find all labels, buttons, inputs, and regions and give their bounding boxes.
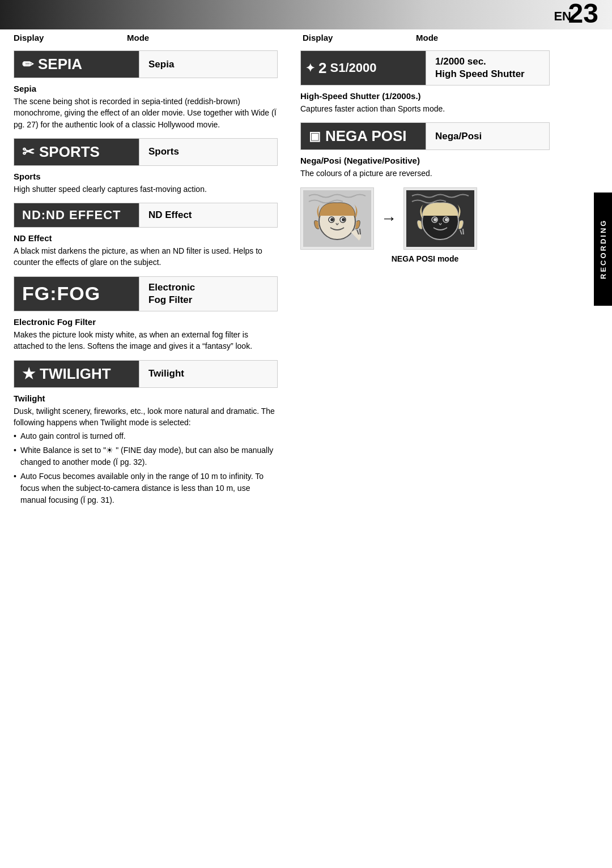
fog-mode-label: Electronic Fog Filter <box>139 277 277 311</box>
svg-point-13 <box>445 218 448 221</box>
right-display-header: Display <box>303 33 416 42</box>
sports-body: High shutter speed clearly captures fast… <box>14 183 278 195</box>
fog-label-line1: Electronic <box>148 281 195 294</box>
fog-display-text: FG:FOG <box>22 283 100 305</box>
negaposi-display-text: NEGA POSI <box>325 127 407 145</box>
page-number: 23 <box>568 0 598 27</box>
highspeed-display: ✦ 2 S1/2000 <box>301 51 426 85</box>
right-mode-header: Mode <box>416 33 438 42</box>
sports-mode-label: Sports <box>139 139 277 165</box>
highspeed-title: High-Speed Shutter (1/2000s.) <box>300 91 550 101</box>
nd-title: ND Effect <box>14 233 278 243</box>
right-column: ✦ 2 S1/2000 1/2000 sec. High Speed Shutt… <box>289 46 578 525</box>
sepia-mode-box: ✏ SEPIA Sepia <box>14 50 278 78</box>
negaposi-arrow: → <box>381 209 397 228</box>
fog-mode-box: FG:FOG Electronic Fog Filter <box>14 276 278 311</box>
sepia-icon: ✏ <box>22 57 33 72</box>
face-normal-svg <box>303 190 371 247</box>
svg-point-3 <box>330 218 334 221</box>
negaposi-images: → <box>300 187 550 250</box>
svg-line-15 <box>463 229 464 234</box>
left-column: ✏ SEPIA Sepia Sepia The scene being shot… <box>0 46 289 525</box>
negaposi-title: Nega/Posi (Negative/Positive) <box>300 156 550 165</box>
negaposi-display: ▣ NEGA POSI <box>301 123 426 149</box>
twilight-mode-box: ★ TWILIGHT Twilight <box>14 360 278 388</box>
svg-point-5 <box>342 218 345 221</box>
nd-body: A black mist darkens the picture, as whe… <box>14 245 278 268</box>
face-inverted-svg <box>406 190 474 247</box>
highspeed-mode-label: 1/2000 sec. High Speed Shutter <box>426 51 549 85</box>
nd-mode-label: ND Effect <box>139 203 277 227</box>
recording-tab: RECORDING <box>594 193 612 306</box>
sepia-body: The scene being shot is recorded in sepi… <box>14 96 278 130</box>
twilight-mode-label: Twilight <box>139 361 277 387</box>
twilight-title: Twilight <box>14 394 278 403</box>
hs-label-line1: 1/2000 sec. <box>435 55 486 68</box>
svg-point-11 <box>434 218 437 221</box>
left-display-header: Display <box>14 33 127 42</box>
sepia-title: Sepia <box>14 84 278 93</box>
nd-display: ND:ND EFFECT <box>14 203 139 227</box>
negaposi-mode-label: Nega/Posi <box>426 123 549 149</box>
sports-display: ✂ SPORTS <box>14 139 139 165</box>
hs-num: 2 <box>318 59 326 77</box>
sports-mode-box: ✂ SPORTS Sports <box>14 138 278 166</box>
highspeed-body: Captures faster action than Sports mode. <box>300 103 550 114</box>
negaposi-body: The colours of a picture are reversed. <box>300 168 550 179</box>
left-mode-header: Mode <box>127 33 149 42</box>
twilight-bullet-2: White Balance is set to "☀ " (FINE day m… <box>14 444 278 468</box>
twilight-display: ★ TWILIGHT <box>14 361 139 387</box>
sepia-mode-label: Sepia <box>139 51 277 78</box>
negaposi-mode-box: ▣ NEGA POSI Nega/Posi <box>300 122 550 150</box>
sports-display-text: SPORTS <box>39 143 100 161</box>
hs-label-line2: High Speed Shutter <box>435 68 525 80</box>
column-headers: Display Mode Display Mode <box>0 29 612 46</box>
sports-icon: ✂ <box>22 143 35 161</box>
negaposi-inverted-image <box>403 187 477 250</box>
twilight-bullets: Auto gain control is turned off. White B… <box>14 430 278 506</box>
twilight-body: Dusk, twilight scenery, fireworks, etc.,… <box>14 405 278 507</box>
svg-line-7 <box>360 229 360 234</box>
hs-icon: ✦ <box>305 61 315 75</box>
twilight-bullet-3: Auto Focus becomes available only in the… <box>14 471 278 506</box>
fog-title: Electronic Fog Filter <box>14 317 278 327</box>
sepia-display: ✏ SEPIA <box>14 51 139 78</box>
twilight-display-text: TWILIGHT <box>40 365 111 383</box>
main-content: ✏ SEPIA Sepia Sepia The scene being shot… <box>0 46 612 537</box>
nd-mode-box: ND:ND EFFECT ND Effect <box>14 203 278 228</box>
fog-label-line2: Fog Filter <box>148 294 192 306</box>
negaposi-normal-image <box>300 187 374 250</box>
sepia-display-text: SEPIA <box>38 55 82 73</box>
nd-display-text: ND:ND EFFECT <box>22 208 121 223</box>
sports-title: Sports <box>14 172 278 181</box>
hs-display-text: S1/2000 <box>330 61 376 75</box>
twilight-icon: ★ <box>22 365 35 383</box>
twilight-bullet-1: Auto gain control is turned off. <box>14 430 278 442</box>
fog-body: Makes the picture look misty white, as w… <box>14 329 278 352</box>
negaposi-caption: NEGA POSI mode <box>300 254 550 263</box>
highspeed-mode-box: ✦ 2 S1/2000 1/2000 sec. High Speed Shutt… <box>300 50 550 85</box>
top-bar: EN 23 <box>0 0 612 29</box>
negaposi-icon: ▣ <box>309 129 321 144</box>
fog-display: FG:FOG <box>14 277 139 311</box>
